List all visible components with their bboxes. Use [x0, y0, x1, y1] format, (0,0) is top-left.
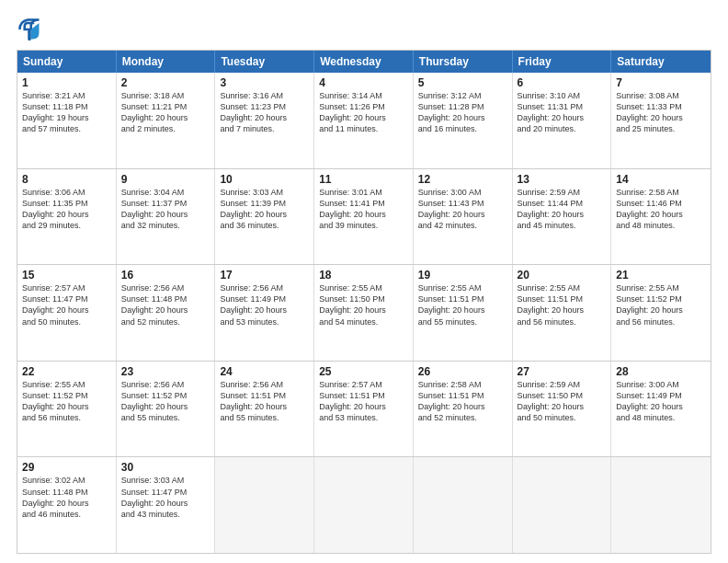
- day-number: 14: [616, 173, 706, 186]
- day-number: 19: [418, 269, 507, 282]
- day-info: Sunrise: 2:55 AM Sunset: 11:51 PM Daylig…: [418, 282, 507, 327]
- calendar-cell: 15Sunrise: 2:57 AM Sunset: 11:47 PM Dayl…: [17, 265, 117, 361]
- header-day-friday: Friday: [513, 51, 612, 73]
- logo-icon: [17, 17, 42, 42]
- day-number: 13: [518, 173, 607, 186]
- day-info: Sunrise: 2:56 AM Sunset: 11:48 PM Daylig…: [121, 282, 210, 327]
- day-info: Sunrise: 2:56 AM Sunset: 11:51 PM Daylig…: [220, 379, 309, 424]
- day-number: 16: [121, 269, 210, 282]
- day-number: 2: [121, 76, 210, 89]
- day-number: 11: [319, 173, 408, 186]
- day-info: Sunrise: 2:59 AM Sunset: 11:44 PM Daylig…: [518, 187, 607, 232]
- header-day-monday: Monday: [117, 51, 216, 73]
- day-number: 4: [319, 76, 408, 89]
- day-number: 28: [616, 365, 706, 378]
- calendar-cell: 12Sunrise: 3:00 AM Sunset: 11:43 PM Dayl…: [414, 169, 513, 265]
- calendar-cell: 5Sunrise: 3:12 AM Sunset: 11:28 PM Dayli…: [414, 73, 513, 168]
- day-info: Sunrise: 2:56 AM Sunset: 11:52 PM Daylig…: [121, 379, 210, 424]
- header-day-sunday: Sunday: [17, 51, 117, 73]
- day-info: Sunrise: 2:58 AM Sunset: 11:46 PM Daylig…: [616, 187, 706, 232]
- calendar-cell: 27Sunrise: 2:59 AM Sunset: 11:50 PM Dayl…: [513, 362, 612, 457]
- day-info: Sunrise: 2:57 AM Sunset: 11:47 PM Daylig…: [22, 282, 111, 327]
- calendar-cell: [314, 457, 414, 553]
- calendar-cell: 16Sunrise: 2:56 AM Sunset: 11:48 PM Dayl…: [117, 265, 216, 361]
- day-info: Sunrise: 3:21 AM Sunset: 11:18 PM Daylig…: [22, 90, 111, 135]
- calendar-cell: 9Sunrise: 3:04 AM Sunset: 11:37 PM Dayli…: [117, 169, 216, 265]
- day-info: Sunrise: 3:03 AM Sunset: 11:47 PM Daylig…: [121, 475, 210, 520]
- day-number: 12: [418, 173, 507, 186]
- day-info: Sunrise: 3:14 AM Sunset: 11:26 PM Daylig…: [319, 90, 408, 135]
- calendar-cell: [611, 457, 711, 553]
- day-info: Sunrise: 2:57 AM Sunset: 11:51 PM Daylig…: [319, 379, 408, 424]
- day-number: 25: [319, 365, 408, 378]
- calendar-week-5: 29Sunrise: 3:02 AM Sunset: 11:48 PM Dayl…: [17, 456, 711, 553]
- day-number: 8: [22, 173, 111, 186]
- calendar-cell: 21Sunrise: 2:55 AM Sunset: 11:52 PM Dayl…: [611, 265, 711, 361]
- calendar-cell: 24Sunrise: 2:56 AM Sunset: 11:51 PM Dayl…: [215, 362, 314, 457]
- calendar-cell: 30Sunrise: 3:03 AM Sunset: 11:47 PM Dayl…: [117, 457, 216, 553]
- calendar-cell: 10Sunrise: 3:03 AM Sunset: 11:39 PM Dayl…: [215, 169, 314, 265]
- day-info: Sunrise: 3:04 AM Sunset: 11:37 PM Daylig…: [121, 187, 210, 232]
- day-number: 22: [22, 365, 111, 378]
- day-number: 23: [121, 365, 210, 378]
- day-info: Sunrise: 2:56 AM Sunset: 11:49 PM Daylig…: [220, 282, 309, 327]
- calendar-cell: 13Sunrise: 2:59 AM Sunset: 11:44 PM Dayl…: [513, 169, 612, 265]
- calendar-week-4: 22Sunrise: 2:55 AM Sunset: 11:52 PM Dayl…: [17, 361, 711, 457]
- header: [17, 17, 711, 42]
- day-number: 26: [418, 365, 507, 378]
- day-info: Sunrise: 2:55 AM Sunset: 11:50 PM Daylig…: [319, 282, 408, 327]
- calendar-cell: 17Sunrise: 2:56 AM Sunset: 11:49 PM Dayl…: [215, 265, 314, 361]
- day-number: 7: [616, 76, 706, 89]
- day-info: Sunrise: 3:08 AM Sunset: 11:33 PM Daylig…: [616, 90, 706, 135]
- calendar-cell: 3Sunrise: 3:16 AM Sunset: 11:23 PM Dayli…: [215, 73, 314, 168]
- calendar-week-1: 1Sunrise: 3:21 AM Sunset: 11:18 PM Dayli…: [17, 73, 711, 168]
- calendar-cell: 14Sunrise: 2:58 AM Sunset: 11:46 PM Dayl…: [611, 169, 711, 265]
- calendar-cell: 6Sunrise: 3:10 AM Sunset: 11:31 PM Dayli…: [513, 73, 612, 168]
- logo: [17, 17, 46, 42]
- day-info: Sunrise: 3:00 AM Sunset: 11:49 PM Daylig…: [616, 379, 706, 424]
- header-day-tuesday: Tuesday: [215, 51, 314, 73]
- calendar-cell: 29Sunrise: 3:02 AM Sunset: 11:48 PM Dayl…: [17, 457, 117, 553]
- calendar-cell: [215, 457, 314, 553]
- day-info: Sunrise: 3:16 AM Sunset: 11:23 PM Daylig…: [220, 90, 309, 135]
- calendar-week-3: 15Sunrise: 2:57 AM Sunset: 11:47 PM Dayl…: [17, 264, 711, 361]
- day-number: 1: [22, 76, 111, 89]
- day-info: Sunrise: 3:12 AM Sunset: 11:28 PM Daylig…: [418, 90, 507, 135]
- calendar-cell: [414, 457, 513, 553]
- calendar-cell: 4Sunrise: 3:14 AM Sunset: 11:26 PM Dayli…: [314, 73, 414, 168]
- day-info: Sunrise: 3:02 AM Sunset: 11:48 PM Daylig…: [22, 475, 111, 520]
- calendar: SundayMondayTuesdayWednesdayThursdayFrid…: [17, 50, 711, 554]
- day-info: Sunrise: 3:06 AM Sunset: 11:35 PM Daylig…: [22, 187, 111, 232]
- calendar-cell: 25Sunrise: 2:57 AM Sunset: 11:51 PM Dayl…: [314, 362, 414, 457]
- day-number: 15: [22, 269, 111, 282]
- calendar-body: 1Sunrise: 3:21 AM Sunset: 11:18 PM Dayli…: [17, 73, 711, 553]
- day-number: 3: [220, 76, 309, 89]
- calendar-cell: 26Sunrise: 2:58 AM Sunset: 11:51 PM Dayl…: [414, 362, 513, 457]
- day-number: 17: [220, 269, 309, 282]
- day-number: 6: [518, 76, 607, 89]
- day-number: 5: [418, 76, 507, 89]
- calendar-cell: 19Sunrise: 2:55 AM Sunset: 11:51 PM Dayl…: [414, 265, 513, 361]
- calendar-header: SundayMondayTuesdayWednesdayThursdayFrid…: [17, 51, 711, 73]
- day-number: 20: [518, 269, 607, 282]
- page: SundayMondayTuesdayWednesdayThursdayFrid…: [0, 0, 728, 563]
- calendar-cell: 2Sunrise: 3:18 AM Sunset: 11:21 PM Dayli…: [117, 73, 216, 168]
- day-info: Sunrise: 2:55 AM Sunset: 11:51 PM Daylig…: [518, 282, 607, 327]
- calendar-cell: 7Sunrise: 3:08 AM Sunset: 11:33 PM Dayli…: [611, 73, 711, 168]
- header-day-saturday: Saturday: [611, 51, 711, 73]
- calendar-cell: 23Sunrise: 2:56 AM Sunset: 11:52 PM Dayl…: [117, 362, 216, 457]
- calendar-cell: 22Sunrise: 2:55 AM Sunset: 11:52 PM Dayl…: [17, 362, 117, 457]
- calendar-cell: 18Sunrise: 2:55 AM Sunset: 11:50 PM Dayl…: [314, 265, 414, 361]
- day-info: Sunrise: 3:10 AM Sunset: 11:31 PM Daylig…: [518, 90, 607, 135]
- day-number: 10: [220, 173, 309, 186]
- calendar-cell: 28Sunrise: 3:00 AM Sunset: 11:49 PM Dayl…: [611, 362, 711, 457]
- day-info: Sunrise: 2:55 AM Sunset: 11:52 PM Daylig…: [22, 379, 111, 424]
- day-number: 30: [121, 461, 210, 474]
- day-number: 27: [518, 365, 607, 378]
- day-info: Sunrise: 3:00 AM Sunset: 11:43 PM Daylig…: [418, 187, 507, 232]
- day-number: 21: [616, 269, 706, 282]
- day-number: 24: [220, 365, 309, 378]
- day-info: Sunrise: 3:01 AM Sunset: 11:41 PM Daylig…: [319, 187, 408, 232]
- calendar-cell: 8Sunrise: 3:06 AM Sunset: 11:35 PM Dayli…: [17, 169, 117, 265]
- day-number: 9: [121, 173, 210, 186]
